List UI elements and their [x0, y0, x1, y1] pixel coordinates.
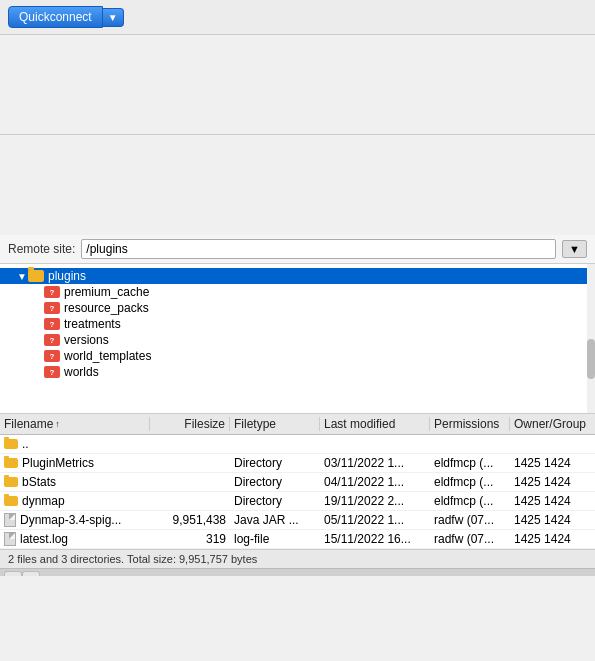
filename-text: Dynmap-3.4-spig... [20, 513, 121, 527]
filename-text: dynmap [22, 494, 65, 508]
cell-ownergroup: 1425 1424 [510, 513, 595, 527]
filename-text: bStats [22, 475, 56, 489]
status-text: 2 files and 3 directories. Total size: 9… [8, 553, 257, 565]
upper-panels [0, 35, 595, 135]
table-row[interactable]: PluginMetricsDirectory03/11/2022 1...eld… [0, 454, 595, 473]
cell-permissions: eldfmcp (... [430, 456, 510, 470]
tree-item-label: premium_cache [64, 285, 149, 299]
cell-filename: latest.log [0, 532, 150, 546]
tree-item-world_templates[interactable]: ?world_templates [0, 348, 595, 364]
folder-icon [4, 496, 18, 506]
cell-permissions: radfw (07... [430, 532, 510, 546]
question-icon: ? [44, 366, 60, 378]
tree-item-versions[interactable]: ?versions [0, 332, 595, 348]
cell-permissions: radfw (07... [430, 513, 510, 527]
cell-filename: dynmap [0, 494, 150, 508]
cell-ownergroup: 1425 1424 [510, 494, 595, 508]
tree-item-label: resource_packs [64, 301, 149, 315]
cell-filetype: Directory [230, 494, 320, 508]
cell-ownergroup: 1425 1424 [510, 532, 595, 546]
folder-icon [28, 270, 44, 282]
question-icon: ? [44, 286, 60, 298]
tree-item-label: versions [64, 333, 109, 347]
cell-filename: bStats [0, 475, 150, 489]
table-row[interactable]: .. [0, 435, 595, 454]
cell-filetype: Directory [230, 456, 320, 470]
column-headers: Filename ↑ Filesize Filetype Last modifi… [0, 414, 595, 435]
col-filesize[interactable]: Filesize [150, 417, 230, 431]
file-list-panel: Filename ↑ Filesize Filetype Last modifi… [0, 414, 595, 568]
bottom-tabs [0, 568, 595, 576]
tree-scrollbar-thumb[interactable] [587, 339, 595, 379]
question-icon: ? [44, 302, 60, 314]
toolbar: Quickconnect ▼ [0, 0, 595, 35]
question-icon: ? [44, 334, 60, 346]
cell-filetype: log-file [230, 532, 320, 546]
cell-filetype: Java JAR ... [230, 513, 320, 527]
cell-lastmod: 03/11/2022 1... [320, 456, 430, 470]
cell-ownergroup: 1425 1424 [510, 456, 595, 470]
tree-item-treatments[interactable]: ?treatments [0, 316, 595, 332]
col-lastmod[interactable]: Last modified [320, 417, 430, 431]
filename-text: latest.log [20, 532, 68, 546]
sort-arrow-icon: ↑ [55, 419, 60, 429]
cell-lastmod: 15/11/2022 16... [320, 532, 430, 546]
remote-site-dropdown-button[interactable]: ▼ [562, 240, 587, 258]
folder-icon [4, 458, 18, 468]
cell-lastmod: 04/11/2022 1... [320, 475, 430, 489]
question-icon: ? [44, 350, 60, 362]
col-permissions[interactable]: Permissions [430, 417, 510, 431]
tree-item-premium_cache[interactable]: ?premium_cache [0, 284, 595, 300]
table-row[interactable]: Dynmap-3.4-spig...9,951,438Java JAR ...0… [0, 511, 595, 530]
col-filetype[interactable]: Filetype [230, 417, 320, 431]
remote-site-label: Remote site: [8, 242, 75, 256]
parent-folder-icon [4, 439, 18, 449]
tree-expand-icon: ▼ [16, 271, 28, 282]
cell-filename: .. [0, 437, 150, 451]
file-rows: ..PluginMetricsDirectory03/11/2022 1...e… [0, 435, 595, 549]
tree-item-plugins[interactable]: ▼plugins [0, 268, 595, 284]
tree-item-worlds[interactable]: ?worlds [0, 364, 595, 380]
remote-site-path-input[interactable] [81, 239, 556, 259]
cell-lastmod: 05/11/2022 1... [320, 513, 430, 527]
file-icon [4, 532, 16, 546]
folder-icon [4, 477, 18, 487]
filename-text: PluginMetrics [22, 456, 94, 470]
tree-panel: ▼plugins?premium_cache?resource_packs?tr… [0, 264, 595, 414]
filename-text: .. [22, 437, 29, 451]
cell-permissions: eldfmcp (... [430, 475, 510, 489]
bottom-tab-1[interactable] [4, 571, 22, 576]
table-row[interactable]: dynmapDirectory19/11/2022 2...eldfmcp (.… [0, 492, 595, 511]
cell-ownergroup: 1425 1424 [510, 475, 595, 489]
quickconnect-dropdown-button[interactable]: ▼ [103, 8, 124, 27]
col-filename[interactable]: Filename ↑ [0, 417, 150, 431]
tree-scrollbar[interactable] [587, 264, 595, 413]
cell-filesize: 9,951,438 [150, 513, 230, 527]
tree-item-label: plugins [48, 269, 86, 283]
cell-filename: Dynmap-3.4-spig... [0, 513, 150, 527]
cell-lastmod: 19/11/2022 2... [320, 494, 430, 508]
status-bar: 2 files and 3 directories. Total size: 9… [0, 549, 595, 568]
cell-filetype: Directory [230, 475, 320, 489]
table-row[interactable]: bStatsDirectory04/11/2022 1...eldfmcp (.… [0, 473, 595, 492]
table-row[interactable]: latest.log319log-file15/11/2022 16...rad… [0, 530, 595, 549]
tree-container: ▼plugins?premium_cache?resource_packs?tr… [0, 268, 595, 380]
file-icon [4, 513, 16, 527]
tree-item-label: world_templates [64, 349, 151, 363]
remote-site-bar: Remote site: ▼ [0, 235, 595, 264]
question-icon: ? [44, 318, 60, 330]
quickconnect-button[interactable]: Quickconnect [8, 6, 103, 28]
col-ownergroup[interactable]: Owner/Group [510, 417, 595, 431]
tree-item-label: treatments [64, 317, 121, 331]
cell-filename: PluginMetrics [0, 456, 150, 470]
tree-item-resource_packs[interactable]: ?resource_packs [0, 300, 595, 316]
bottom-tab-2[interactable] [22, 571, 40, 576]
cell-permissions: eldfmcp (... [430, 494, 510, 508]
cell-filesize: 319 [150, 532, 230, 546]
tree-item-label: worlds [64, 365, 99, 379]
